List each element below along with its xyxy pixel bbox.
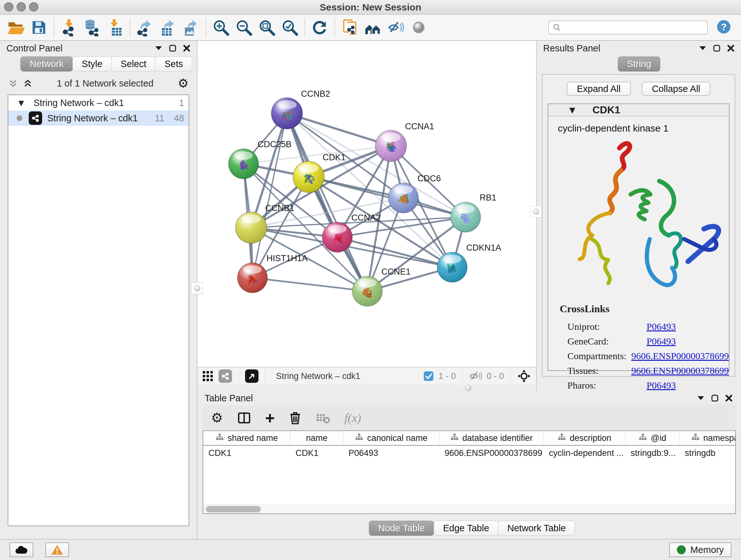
- hidden-eye-icon[interactable]: [469, 371, 482, 381]
- minimize-window-button[interactable]: [17, 2, 26, 11]
- show-columns-icon[interactable]: [237, 411, 251, 425]
- memory-button[interactable]: Memory: [669, 543, 731, 557]
- share-document-icon[interactable]: [338, 17, 361, 38]
- delete-table-icon[interactable]: [316, 412, 330, 424]
- expand-all-icon[interactable]: [23, 78, 32, 88]
- warning-status-button[interactable]: [45, 543, 69, 557]
- network-node-ccna1[interactable]: CCNA1: [375, 122, 434, 162]
- network-view-string-icon[interactable]: [219, 369, 232, 383]
- close-panel-icon[interactable]: [183, 44, 191, 52]
- tab-network-table[interactable]: Network Table: [498, 521, 575, 536]
- network-node-rb1[interactable]: RB1: [451, 193, 496, 232]
- network-node-hist1h1a[interactable]: HIST1H1A: [238, 253, 308, 293]
- column-header-name[interactable]: name: [290, 431, 343, 445]
- zoom-out-icon[interactable]: [232, 17, 255, 38]
- birds-eye-view-icon[interactable]: [517, 369, 531, 383]
- export-network-icon[interactable]: [133, 17, 156, 38]
- network-edge-ccnb2-ccne1[interactable]: [287, 113, 367, 291]
- import-table-from-file-icon[interactable]: [104, 17, 126, 38]
- tab-style[interactable]: Style: [72, 57, 111, 71]
- export-table-icon[interactable]: [156, 17, 179, 38]
- help-icon[interactable]: ?: [716, 19, 731, 36]
- network-edge-hist1h1a-ccne1[interactable]: [253, 278, 367, 291]
- float-panel-icon[interactable]: [169, 44, 177, 52]
- crosslink-value-link[interactable]: P06493: [647, 336, 676, 347]
- collapse-all-icon[interactable]: [8, 78, 18, 88]
- tab-edge-table[interactable]: Edge Table: [434, 521, 498, 536]
- open-session-icon[interactable]: [4, 17, 27, 38]
- table-options-gear-icon[interactable]: ⚙: [211, 411, 223, 425]
- delete-column-icon[interactable]: [289, 411, 301, 425]
- zoom-selected-icon[interactable]: [278, 17, 301, 38]
- cloud-status-button[interactable]: [10, 543, 33, 557]
- crosslink-value-link[interactable]: 9606.ENSP00000378699: [631, 351, 729, 361]
- network-row[interactable]: String Network – cdk1 11 48: [8, 111, 189, 126]
- string-home-icon[interactable]: [361, 17, 384, 38]
- import-network-from-file-icon[interactable]: [57, 17, 80, 38]
- horizontal-splitter[interactable]: [198, 385, 536, 391]
- table-cell[interactable]: 9606.ENSP00000378699: [440, 446, 544, 460]
- table-cell[interactable]: cyclin-dependent ...: [544, 446, 625, 460]
- network-node-ccne1[interactable]: CCNE1: [352, 267, 411, 306]
- table-cell[interactable]: stringdb: [680, 446, 736, 460]
- network-node-ccnb1[interactable]: CCNB1: [235, 203, 294, 243]
- table-cell[interactable]: P06493: [343, 446, 440, 460]
- create-column-icon[interactable]: +: [265, 410, 275, 426]
- network-collection-row[interactable]: ▼ String Network – cdk1 1: [8, 95, 189, 111]
- tab-string[interactable]: String: [618, 57, 661, 71]
- panel-menu-icon[interactable]: [155, 46, 162, 51]
- float-panel-icon[interactable]: [711, 394, 719, 402]
- zoom-fit-icon[interactable]: [255, 17, 278, 38]
- network-node-cdkn1a[interactable]: CDKN1A: [437, 243, 501, 282]
- gene-section-header[interactable]: ▼ CDK1: [548, 104, 729, 117]
- scrollbar-thumb[interactable]: [206, 506, 261, 512]
- collapse-all-button[interactable]: Collapse All: [642, 82, 711, 96]
- import-network-from-database-icon[interactable]: [80, 17, 104, 38]
- table-cell[interactable]: CDK1: [203, 446, 290, 460]
- network-options-gear-icon[interactable]: ⚙: [178, 77, 189, 89]
- panel-menu-icon[interactable]: [697, 395, 704, 401]
- detach-view-icon[interactable]: [245, 369, 259, 383]
- column-header--id[interactable]: @id: [625, 431, 680, 445]
- tab-node-table[interactable]: Node Table: [369, 521, 434, 536]
- table-cell[interactable]: stringdb:9...: [625, 446, 680, 460]
- maximize-window-button[interactable]: [29, 2, 38, 11]
- network-node-cdk1[interactable]: CDK1: [293, 152, 346, 192]
- crosslink-value-link[interactable]: P06493: [647, 380, 676, 391]
- column-header-namespace[interactable]: namespace: [680, 431, 736, 445]
- hide-graphics-details-icon[interactable]: [384, 17, 407, 38]
- crosslink-value-link[interactable]: 9606.ENSP00000378699: [631, 365, 729, 376]
- panel-menu-icon[interactable]: [699, 46, 706, 51]
- tab-select[interactable]: Select: [111, 57, 156, 71]
- column-header-description[interactable]: description: [544, 431, 625, 445]
- export-image-icon[interactable]: [179, 17, 202, 38]
- column-header-canonical-name[interactable]: canonical name: [343, 431, 440, 445]
- left-splitter-handle[interactable]: [192, 283, 203, 294]
- expand-all-button[interactable]: Expand All: [567, 82, 631, 96]
- right-splitter-handle[interactable]: [530, 206, 542, 217]
- table-cell[interactable]: CDK1: [290, 446, 343, 460]
- search-input[interactable]: [564, 23, 703, 33]
- horizontal-scrollbar[interactable]: [203, 504, 735, 513]
- float-panel-icon[interactable]: [713, 44, 721, 52]
- collection-expand-icon[interactable]: ▼: [18, 99, 24, 107]
- refresh-icon[interactable]: [308, 17, 331, 38]
- level-of-detail-icon[interactable]: [407, 17, 430, 38]
- table-row[interactable]: CDK1CDK1P064939606.ENSP00000378699cyclin…: [203, 446, 735, 460]
- network-edge-ccnb2-hist1h1a[interactable]: [253, 113, 287, 278]
- tab-sets[interactable]: Sets: [155, 57, 192, 71]
- grid-view-icon[interactable]: [201, 370, 214, 382]
- column-header-database-identifier[interactable]: database identifier: [440, 431, 544, 445]
- gene-collapse-icon[interactable]: ▼: [569, 106, 575, 115]
- crosslink-value-link[interactable]: P06493: [647, 321, 676, 332]
- function-builder-icon[interactable]: f(x): [344, 411, 361, 425]
- save-session-icon[interactable]: [27, 17, 51, 38]
- tab-network[interactable]: Network: [20, 57, 73, 71]
- network-edge-cdk1-rb1[interactable]: [309, 177, 466, 217]
- close-panel-icon[interactable]: [725, 394, 733, 402]
- network-edge-ccnb2-ccna1[interactable]: [287, 113, 391, 146]
- column-header-shared-name[interactable]: shared name: [203, 431, 290, 445]
- network-canvas[interactable]: CCNB2CCNA1CDC25BCDK1CDC6RB1CCNB1CCNA2CDK…: [198, 41, 536, 367]
- selected-checkbox-icon[interactable]: [423, 371, 434, 381]
- close-panel-icon[interactable]: [727, 44, 735, 52]
